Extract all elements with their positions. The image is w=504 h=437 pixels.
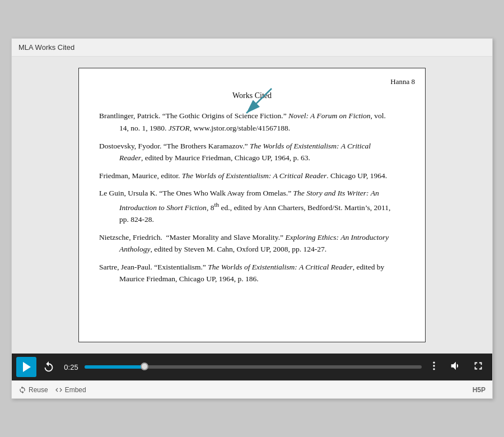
- progress-bar[interactable]: [85, 365, 422, 369]
- player-container: MLA Works Cited Hanna 8 Works Cited: [11, 38, 493, 399]
- reuse-icon: [18, 386, 26, 394]
- entry-5-line-1: Nietzsche, Friedrich. “Master Morality a…: [99, 231, 405, 244]
- embed-label: Embed: [65, 386, 86, 394]
- reuse-label: Reuse: [29, 386, 48, 394]
- entry-4-line-1: Le Guin, Ursula K. “The Ones Who Walk Aw…: [99, 187, 405, 199]
- fullscreen-button[interactable]: [469, 357, 488, 376]
- title-bar: MLA Works Cited: [12, 39, 492, 57]
- entry-6-line-2: Maurice Friedman, Chicago UP, 1964, p. 1…: [99, 273, 405, 285]
- page-number: Hanna 8: [390, 76, 415, 88]
- bottom-bar: Reuse Embed H5P: [12, 380, 492, 398]
- play-icon: [23, 362, 31, 372]
- embed-link[interactable]: Embed: [55, 386, 86, 394]
- progress-bar-fill: [85, 365, 145, 369]
- entry-5: Nietzsche, Friedrich. “Master Morality a…: [99, 231, 405, 255]
- entry-2: Dostoevsky, Fyodor. “The Brothers Karama…: [99, 140, 405, 164]
- svg-point-3: [433, 365, 435, 366]
- entry-3: Friedman, Maurice, editor. The Worlds of…: [99, 170, 405, 182]
- entry-2-line-1: Dostoevsky, Fyodor. “The Brothers Karama…: [99, 140, 405, 152]
- entry-6-line-1: Sartre, Jean-Paul. “Existentialism.” The…: [99, 261, 405, 273]
- volume-icon: [450, 360, 462, 372]
- content-area: Hanna 8 Works Cited Brantlinger, Patrick…: [12, 57, 492, 354]
- dots-icon: [428, 360, 440, 371]
- more-options-button[interactable]: [425, 358, 443, 376]
- entry-5-line-2: Anthology, edited by Steven M. Cahn, Oxf…: [99, 243, 405, 255]
- rewind-button[interactable]: [40, 358, 58, 376]
- entry-4-line-3: pp. 824-28.: [99, 213, 405, 226]
- controls-bar: 0:25: [12, 354, 492, 380]
- time-display: 0:25: [61, 363, 81, 371]
- rewind-icon: [43, 361, 55, 373]
- progress-handle: [141, 362, 148, 370]
- volume-button[interactable]: [446, 357, 465, 376]
- fullscreen-icon: [472, 360, 484, 372]
- brand-label: H5P: [473, 386, 486, 394]
- play-button[interactable]: [16, 357, 36, 377]
- svg-line-1: [246, 89, 272, 113]
- entry-6: Sartre, Jean-Paul. “Existentialism.” The…: [99, 261, 405, 285]
- svg-point-2: [433, 361, 435, 363]
- entry-2-line-2: Reader, edited by Maurice Friedman, Chic…: [99, 152, 405, 164]
- document-page: Hanna 8 Works Cited Brantlinger, Patrick…: [78, 68, 426, 342]
- arrow-icon: [230, 84, 280, 123]
- embed-icon: [55, 386, 63, 394]
- title-bar-label: MLA Works Cited: [18, 43, 74, 52]
- entry-3-line-1: Friedman, Maurice, editor. The Worlds of…: [99, 170, 405, 182]
- bottom-left: Reuse Embed: [18, 386, 86, 394]
- entry-4: Le Guin, Ursula K. “The Ones Who Walk Aw…: [99, 187, 405, 225]
- svg-point-4: [433, 368, 435, 370]
- entry-4-line-2: Introduction to Short Fiction, 8th ed., …: [99, 199, 405, 213]
- reuse-link[interactable]: Reuse: [18, 386, 48, 394]
- arrow-annotation: [230, 84, 280, 127]
